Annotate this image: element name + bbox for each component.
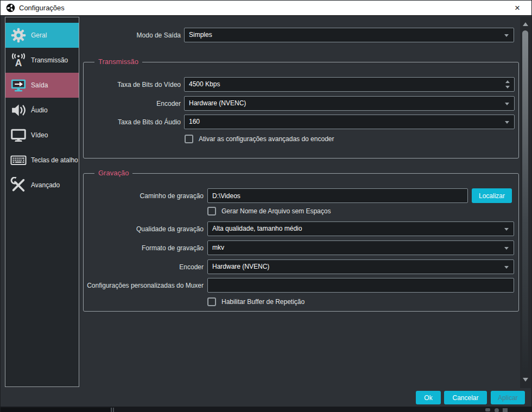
audio-bitrate-select[interactable]: 160 bbox=[184, 115, 515, 129]
sidebar-item-label: Vídeo bbox=[31, 131, 48, 139]
replay-buffer-checkbox-row: Habilitar Buffer de Repetição bbox=[207, 297, 305, 306]
stream-encoder-label: Encoder bbox=[84, 100, 181, 107]
cancel-button[interactable]: Cancelar bbox=[444, 391, 487, 404]
recording-format-value: mkv bbox=[212, 244, 224, 251]
recording-format-label: Formato de gravação bbox=[84, 244, 204, 252]
audio-bitrate-label: Taxa de Bits do Áudio bbox=[84, 118, 181, 126]
spin-down-icon[interactable] bbox=[505, 86, 510, 88]
recording-group-title: Gravação bbox=[94, 169, 132, 177]
scroll-up-icon[interactable] bbox=[523, 22, 528, 26]
vertical-scrollbar bbox=[520, 17, 531, 388]
recording-encoder-value: Hardware (NVENC) bbox=[212, 263, 269, 270]
recording-encoder-select[interactable]: Hardware (NVENC) bbox=[207, 259, 514, 274]
video-bitrate-spinner[interactable]: 4500 Kbps bbox=[184, 77, 515, 92]
chevron-down-icon bbox=[504, 228, 509, 231]
output-mode-select[interactable]: Simples bbox=[184, 28, 514, 42]
stream-encoder-select[interactable]: Hardware (NVENC) bbox=[184, 96, 515, 111]
sidebar-item-geral[interactable]: Geral bbox=[5, 23, 79, 48]
recording-path-input[interactable] bbox=[207, 188, 468, 203]
streaming-group-title: Transmissão bbox=[94, 58, 142, 66]
sidebar-item-label: Geral bbox=[31, 31, 47, 39]
audio-bitrate-value: 160 bbox=[189, 118, 200, 125]
spin-up-icon[interactable] bbox=[505, 80, 510, 83]
sidebar-item-transmissao[interactable]: A Transmissão bbox=[5, 48, 79, 73]
video-bitrate-label: Taxa de Bits do Vídeo bbox=[84, 81, 181, 88]
replay-buffer-checkbox-label: Habilitar Buffer de Repetição bbox=[221, 298, 305, 306]
recording-quality-label: Qualidade da gravação bbox=[84, 225, 204, 233]
chevron-down-icon bbox=[505, 121, 509, 124]
recording-group: Gravação Caminho de gravação Localizar G… bbox=[83, 173, 519, 312]
gear-icon bbox=[10, 27, 27, 43]
output-mode-label: Modo de Saída bbox=[82, 31, 181, 39]
muxer-settings-label: Configurações personalizadas do Muxer bbox=[84, 282, 204, 289]
recording-format-select[interactable]: mkv bbox=[207, 240, 514, 255]
settings-dialog: Configurações × Geral bbox=[0, 0, 532, 412]
background-dock-edge bbox=[1, 408, 112, 412]
svg-text:A: A bbox=[15, 58, 22, 68]
sidebar-item-saida[interactable]: Saída bbox=[5, 73, 79, 98]
settings-nav-list: Geral A Transmissão bbox=[5, 17, 79, 387]
scrollbar-thumb[interactable] bbox=[522, 30, 528, 375]
advanced-encoder-checkbox[interactable] bbox=[185, 135, 193, 143]
stream-encoder-value: Hardware (NVENC) bbox=[189, 99, 246, 107]
titlebar: Configurações × bbox=[1, 1, 531, 16]
recording-path-label: Caminho de gravação bbox=[84, 192, 204, 200]
speaker-icon bbox=[10, 102, 27, 118]
replay-buffer-checkbox[interactable] bbox=[207, 297, 216, 306]
chevron-down-icon bbox=[505, 103, 509, 105]
sidebar-item-audio[interactable]: Áudio bbox=[5, 98, 79, 123]
output-mode-value: Simples bbox=[189, 31, 212, 39]
sidebar-item-video[interactable]: Vídeo bbox=[5, 123, 79, 148]
recording-quality-value: Alta qualidade, tamanho médio bbox=[212, 225, 302, 232]
background-speaker-icon bbox=[485, 408, 490, 411]
advanced-encoder-checkbox-row: Ativar as configurações avançadas do enc… bbox=[185, 135, 334, 143]
streaming-group: Transmissão Taxa de Bits do Vídeo 4500 K… bbox=[83, 62, 519, 159]
sidebar-item-avancado[interactable]: Avançado bbox=[5, 173, 79, 198]
ok-button[interactable]: Ok bbox=[416, 391, 441, 404]
output-icon bbox=[10, 77, 27, 93]
no-spaces-checkbox[interactable] bbox=[207, 207, 216, 215]
no-spaces-checkbox-row: Gerar Nome de Arquivo sem Espaços bbox=[207, 207, 331, 215]
scroll-down-icon[interactable] bbox=[523, 378, 528, 382]
chevron-down-icon bbox=[504, 34, 509, 37]
sidebar-item-label: Avançado bbox=[31, 181, 60, 189]
background-gear-icon bbox=[495, 408, 499, 412]
close-icon: × bbox=[515, 3, 520, 14]
video-bitrate-value: 4500 Kbps bbox=[189, 80, 220, 88]
background-square-icon bbox=[503, 408, 508, 412]
browse-button[interactable]: Localizar bbox=[472, 188, 512, 203]
background-window-strip bbox=[1, 407, 532, 412]
close-button[interactable]: × bbox=[506, 1, 528, 16]
apply-button[interactable]: Aplicar bbox=[491, 391, 525, 404]
recording-encoder-label: Encoder bbox=[84, 263, 204, 271]
background-splitter-tick bbox=[111, 408, 112, 412]
muxer-settings-input[interactable] bbox=[207, 278, 514, 293]
background-splitter-tick bbox=[113, 408, 114, 412]
no-spaces-checkbox-label: Gerar Nome de Arquivo sem Espaços bbox=[221, 207, 331, 215]
recording-quality-select[interactable]: Alta qualidade, tamanho médio bbox=[207, 221, 514, 236]
sidebar-item-teclas-de-atalho[interactable]: Teclas de atalho bbox=[5, 148, 79, 173]
advanced-encoder-checkbox-label: Ativar as configurações avançadas do enc… bbox=[199, 135, 334, 143]
keyboard-icon bbox=[10, 152, 27, 168]
sidebar-item-label: Teclas de atalho bbox=[31, 156, 78, 164]
tools-icon bbox=[10, 177, 27, 193]
sidebar-item-label: Saída bbox=[31, 81, 48, 89]
sidebar-item-label: Transmissão bbox=[31, 56, 68, 64]
monitor-icon bbox=[10, 127, 27, 143]
chevron-down-icon bbox=[504, 247, 509, 250]
window-title: Configurações bbox=[19, 4, 65, 12]
sidebar-item-label: Áudio bbox=[31, 106, 48, 114]
obs-logo-icon bbox=[6, 3, 15, 12]
broadcast-icon: A bbox=[10, 52, 27, 68]
chevron-down-icon bbox=[504, 266, 509, 269]
